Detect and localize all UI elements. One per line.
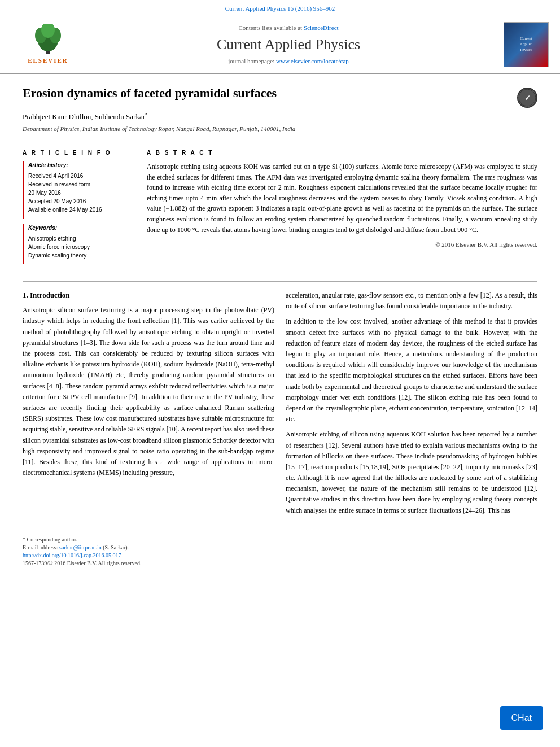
article-title: Erosion dynamics of faceted pyramidal su… [23,85,511,102]
section-title-text: Introduction [30,291,70,299]
journal-reference-link[interactable]: Current Applied Physics 16 (2016) 956–96… [225,5,335,12]
intro-paragraph-4: Anisotropic etching of silicon using aqu… [286,429,537,516]
available-online-date: Available online 24 May 2016 [28,206,135,214]
content-column-right: acceleration, angular rate, gas-flow sen… [286,290,537,521]
elsevier-logo: ELSEVIER [28,24,68,65]
sciencedirect-line: Contents lists available at ScienceDirec… [85,24,492,32]
keyword-2: Atomic force microscopy [28,243,135,251]
crossmark-badge[interactable]: ✓ [517,88,537,108]
section-divider [23,281,537,282]
journal-homepage: journal homepage: www.elsevier.com/locat… [85,57,492,65]
article-info-heading: A R T I C L E I N F O [23,149,135,157]
elsevier-label: ELSEVIER [28,56,68,65]
main-content: 1. Introduction Anisotropic silicon surf… [23,290,537,521]
doi-link[interactable]: http://dx.doi.org/10.1016/j.cap.2016.05.… [23,552,121,558]
copyright-notice: © 2016 Elsevier B.V. All rights reserved… [147,241,537,249]
keywords-section: Keywords: Anisotropic etching Atomic for… [23,224,135,264]
intro-paragraph-2: acceleration, angular rate, gas-flow sen… [286,290,537,312]
sciencedirect-link[interactable]: ScienceDirect [304,24,339,31]
article-container: Erosion dynamics of faceted pyramidal su… [0,74,560,584]
section-1-title: 1. Introduction [23,290,274,300]
article-body: A R T I C L E I N F O Article history: R… [23,142,537,270]
journal-thumbnail-area: Current Applied Physics [492,22,549,67]
corresponding-author-note: * Corresponding author. [23,536,537,544]
top-bar: Current Applied Physics 16 (2016) 956–96… [0,0,560,16]
journal-header: ELSEVIER Contents lists available at Sci… [0,16,560,74]
abstract-column: A B S T R A C T Anisotropic etching usin… [147,149,537,270]
authors: Prabhjeet Kaur Dhillon, Subhendu Sarkar* [23,111,537,123]
journal-thumbnail: Current Applied Physics [504,22,549,67]
svg-text:✓: ✓ [524,94,531,102]
accepted-date: Accepted 20 May 2016 [28,197,135,206]
content-column-left: 1. Introduction Anisotropic silicon surf… [23,290,274,521]
intro-paragraph-3: In addition to the low cost involved, an… [286,316,537,425]
elsevier-tree-icon [28,24,68,55]
footnote-area: * Corresponding author. E-mail address: … [23,532,537,567]
journal-title: Current Applied Physics [85,34,492,55]
affiliation: Department of Physics, Indian Institute … [23,125,537,133]
keywords-label: Keywords: [28,224,135,232]
received-date: Received 4 April 2016 [28,172,135,180]
abstract-heading: A B S T R A C T [147,149,537,157]
abstract-text: Anisotropic etching using aqueous KOH wa… [147,161,537,235]
email-link[interactable]: sarkar@iitrpr.ac.in [59,544,102,551]
received-revised-label: Received in revised form [28,180,135,189]
article-title-section: Erosion dynamics of faceted pyramidal su… [23,85,537,108]
keyword-1: Anisotropic etching [28,234,135,243]
intro-paragraph-1: Anisotropic silicon surface texturing is… [23,305,274,478]
issn-note: 1567-1739/© 2016 Elsevier B.V. All right… [23,560,537,567]
homepage-link[interactable]: www.elsevier.com/locate/cap [276,58,349,64]
doi-note: http://dx.doi.org/10.1016/j.cap.2016.05.… [23,552,537,560]
chat-button[interactable]: CHat [500,706,543,730]
email-note: E-mail address: sarkar@iitrpr.ac.in (S. … [23,544,537,552]
article-history-section: Article history: Received 4 April 2016 R… [23,161,135,219]
received-revised-date: 20 May 2016 [28,189,135,197]
keyword-3: Dynamic scaling theory [28,251,135,260]
publisher-logo-area: ELSEVIER [11,24,85,65]
journal-header-center: Contents lists available at ScienceDirec… [85,24,492,66]
article-history-label: Article history: [28,161,135,169]
section-number: 1. [23,291,28,299]
crossmark-icon: ✓ [517,88,537,108]
article-info-column: A R T I C L E I N F O Article history: R… [23,149,135,270]
